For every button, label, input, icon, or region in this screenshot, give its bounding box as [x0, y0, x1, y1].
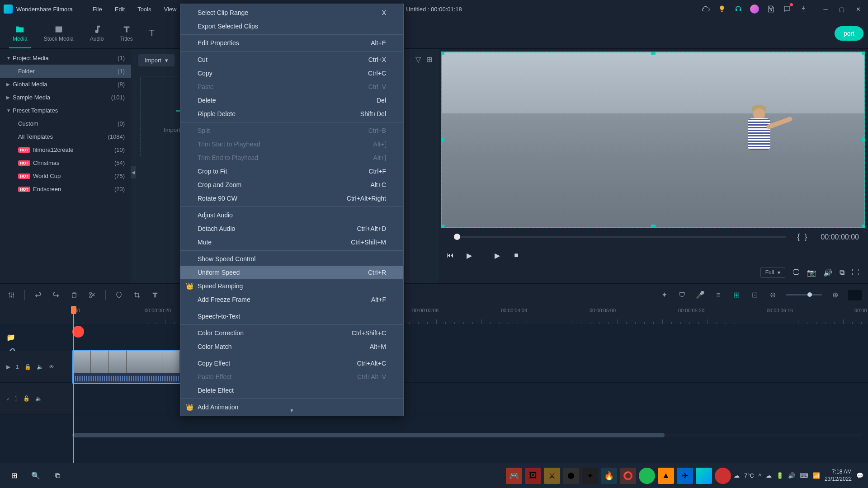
headphones-icon[interactable] — [733, 4, 743, 14]
stop-button[interactable]: ■ — [511, 250, 522, 261]
render-icon[interactable]: ⊞ — [731, 290, 741, 300]
ctx-delete[interactable]: DeleteDel — [180, 94, 403, 107]
video-clip[interactable] — [72, 350, 181, 384]
weather-temp[interactable]: 7°C — [744, 472, 754, 479]
onedrive-icon[interactable]: ☁ — [766, 472, 772, 479]
tab-media[interactable]: Media — [5, 18, 36, 48]
search-button[interactable]: 🔍 — [26, 466, 45, 485]
play-alt-button[interactable]: ▶ — [492, 250, 503, 261]
split-icon[interactable] — [87, 290, 97, 300]
app-7[interactable]: ⭕ — [620, 468, 636, 484]
tray-chevron[interactable]: ^ — [759, 472, 761, 479]
mute-icon[interactable]: 🔈 — [37, 364, 43, 370]
zoom-slider[interactable] — [786, 294, 822, 296]
zoom-out-icon[interactable]: ⊖ — [768, 290, 778, 300]
tab-titles[interactable]: Titles — [112, 18, 141, 48]
timeline-ruler[interactable]: 0000:00:00:2000:00:03:0800:00:04:0400:00… — [0, 306, 868, 324]
task-view-button[interactable]: ⧉ — [48, 466, 67, 485]
mic-icon[interactable]: 🎤 — [695, 290, 705, 300]
app-12[interactable] — [715, 468, 731, 484]
message-icon[interactable] — [782, 4, 792, 14]
sidebar-item-1[interactable]: Folder(1) — [0, 65, 131, 78]
sidebar-item-7[interactable]: HOTfilmora12create(10) — [0, 143, 131, 156]
app-1[interactable]: 🎮 — [506, 468, 522, 484]
play-button[interactable]: ▶ — [464, 250, 475, 261]
playhead[interactable] — [73, 306, 74, 463]
marker-icon[interactable] — [114, 290, 124, 300]
save-icon[interactable] — [766, 4, 776, 14]
mute-icon[interactable]: 🔈 — [35, 395, 42, 402]
brace-close[interactable]: } — [804, 232, 807, 242]
quality-dropdown[interactable]: Full▾ — [760, 267, 785, 278]
sidebar-item-5[interactable]: Custom(0) — [0, 117, 131, 130]
sidebar-item-2[interactable]: ▶Global Media(8) — [0, 78, 131, 91]
sidebar-item-9[interactable]: HOTWorld Cup(75) — [0, 169, 131, 183]
mixer-icon[interactable]: ≡ — [713, 290, 723, 300]
adjust-icon[interactable] — [6, 290, 16, 300]
preview-video[interactable] — [441, 52, 865, 228]
app-6[interactable]: 🔥 — [601, 468, 617, 484]
collapse-handle[interactable]: ◀ — [131, 166, 136, 178]
ctx-crop-to-fit[interactable]: Crop to FitCtrl+F — [180, 164, 403, 178]
preview-scrubber[interactable] — [454, 236, 786, 238]
filter-icon[interactable]: ▽ — [415, 55, 421, 64]
ctx-detach-audio[interactable]: Detach AudioCtrl+Alt+D — [180, 222, 403, 235]
ctx-copy-effect[interactable]: Copy EffectCtrl+Alt+C — [180, 357, 403, 370]
weather-icon[interactable]: ☁ — [734, 472, 740, 479]
snapshot-icon[interactable]: 📷 — [807, 268, 816, 277]
pip-icon[interactable]: ⧉ — [840, 268, 844, 277]
start-button[interactable]: ⊞ — [5, 466, 24, 485]
import-dropdown[interactable]: Import▾ — [138, 54, 175, 66]
app-2[interactable]: 🖼 — [525, 468, 541, 484]
ctx-uniform-speed[interactable]: Uniform SpeedCtrl+R — [180, 266, 403, 279]
ctx-crop-and-zoom[interactable]: Crop and ZoomAlt+C — [180, 178, 403, 192]
fullscreen-icon[interactable]: ⛶ — [852, 268, 859, 277]
notifications-icon[interactable]: 💬 — [856, 472, 863, 479]
language-icon[interactable]: ⌨ — [800, 472, 808, 479]
ctx-rotate-90-cw[interactable]: Rotate 90 CWCtrl+Alt+Right — [180, 192, 403, 205]
sidebar-item-0[interactable]: ▼Project Media(1) — [0, 52, 131, 65]
brace-open[interactable]: { — [797, 232, 800, 242]
ctx-color-match[interactable]: Color MatchAlt+M — [180, 340, 403, 353]
app-10[interactable]: ✈ — [677, 468, 693, 484]
menu-edit[interactable]: Edit — [108, 3, 131, 15]
app-5[interactable]: ✦ — [582, 468, 598, 484]
delete-icon[interactable] — [69, 290, 79, 300]
text-icon[interactable] — [150, 290, 160, 300]
display-icon[interactable]: 🖵 — [793, 268, 800, 277]
filmora-taskbar-icon[interactable] — [696, 468, 712, 484]
ctx-export-selected-clips[interactable]: Export Selected Clips — [180, 19, 403, 33]
ctx-mute[interactable]: MuteCtrl+Shift+M — [180, 235, 403, 249]
minimize-button[interactable]: ─ — [819, 3, 832, 15]
lock-icon[interactable]: 🔓 — [23, 395, 30, 402]
ctx-ripple-delete[interactable]: Ripple DeleteShift+Del — [180, 107, 403, 121]
ctx-edit-properties[interactable]: Edit PropertiesAlt+E — [180, 36, 403, 50]
ctx-speed-ramping[interactable]: 👑Speed Ramping — [180, 279, 403, 293]
menu-tools[interactable]: Tools — [131, 3, 157, 15]
sidebar-item-4[interactable]: ▼Preset Templates — [0, 104, 131, 117]
shield-icon[interactable]: 🛡 — [677, 290, 687, 300]
spotify-icon[interactable] — [639, 468, 655, 484]
eye-icon[interactable]: 👁 — [49, 364, 54, 370]
battery-icon[interactable]: 🔋 — [776, 472, 783, 479]
lightbulb-icon[interactable] — [717, 4, 727, 14]
close-button[interactable]: ✕ — [852, 3, 864, 15]
download-icon[interactable] — [798, 4, 808, 14]
redo-icon[interactable] — [51, 290, 61, 300]
ctx-delete-effect[interactable]: Delete Effect — [180, 384, 403, 397]
sidebar-item-8[interactable]: HOTChristmas(54) — [0, 156, 131, 169]
ctx-color-correction[interactable]: Color CorrectionCtrl+Shift+C — [180, 326, 403, 340]
volume-icon[interactable]: 🔊 — [823, 268, 832, 277]
zoom-in-icon[interactable]: ⊕ — [830, 290, 840, 300]
track-manage-icon[interactable] — [848, 290, 862, 300]
undo-icon[interactable] — [33, 290, 43, 300]
tab-stock-media[interactable]: Stock Media — [36, 18, 82, 48]
menu-file[interactable]: File — [86, 3, 108, 15]
ctx-show-speed-control[interactable]: Show Speed Control — [180, 252, 403, 266]
sidebar-item-6[interactable]: All Templates(1084) — [0, 130, 131, 143]
timeline-scrollbar[interactable] — [72, 433, 862, 437]
effects-icon[interactable]: ✦ — [659, 290, 669, 300]
vlc-icon[interactable]: ▲ — [658, 468, 674, 484]
cloud-icon[interactable] — [701, 4, 711, 14]
maximize-button[interactable]: ▢ — [835, 3, 848, 15]
